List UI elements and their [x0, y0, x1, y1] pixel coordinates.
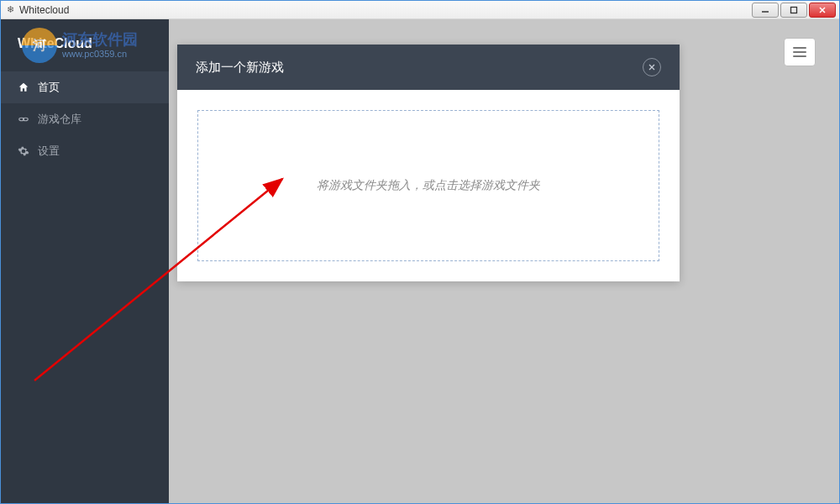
sidebar-item-label: 设置: [38, 144, 60, 159]
sidebar-item-label: 首页: [38, 80, 60, 95]
sidebar-item-home[interactable]: 首页: [1, 71, 169, 103]
dropzone-hint: 将游戏文件夹拖入，或点击选择游戏文件夹: [317, 178, 540, 193]
add-game-modal: 添加一个新游戏 将游戏文件夹拖入，或点击选择游戏文件夹: [177, 45, 680, 281]
link-icon: [18, 113, 29, 125]
titlebar-title: Whitecloud: [19, 4, 69, 16]
menu-button[interactable]: [784, 38, 816, 66]
titlebar: ❄ Whitecloud: [1, 1, 839, 19]
gear-icon: [18, 145, 29, 157]
brand-title: WhiteCloud: [1, 23, 169, 71]
home-icon: [18, 81, 29, 93]
sidebar: WhiteCloud 首页 游戏仓库 设置: [1, 19, 169, 503]
maximize-button[interactable]: [780, 3, 807, 18]
sidebar-item-label: 游戏仓库: [38, 112, 81, 127]
close-button[interactable]: [809, 3, 836, 18]
sidebar-item-library[interactable]: 游戏仓库: [1, 103, 169, 135]
folder-dropzone[interactable]: 将游戏文件夹拖入，或点击选择游戏文件夹: [197, 110, 659, 261]
modal-header: 添加一个新游戏: [177, 45, 680, 90]
modal-title: 添加一个新游戏: [196, 60, 284, 76]
modal-close-button[interactable]: [643, 58, 661, 76]
svg-rect-1: [791, 7, 797, 13]
app-icon: ❄: [4, 4, 16, 16]
sidebar-item-settings[interactable]: 设置: [1, 135, 169, 167]
minimize-button[interactable]: [752, 3, 779, 18]
